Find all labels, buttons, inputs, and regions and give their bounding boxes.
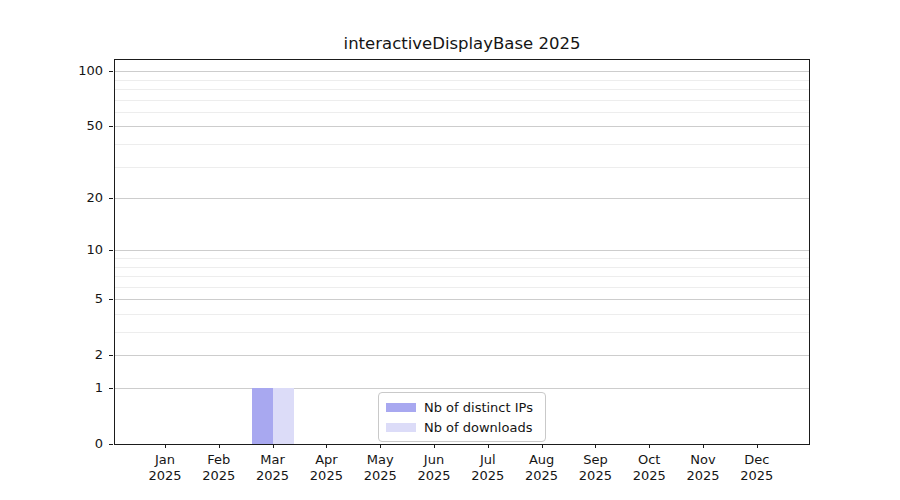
x-tick <box>488 444 489 448</box>
x-tick <box>703 444 704 448</box>
y-tick <box>109 250 113 251</box>
x-tick <box>219 444 220 448</box>
x-tick <box>380 444 381 448</box>
legend-label-downloads: Nb of downloads <box>424 420 532 435</box>
y-tick-label: 5 <box>51 291 103 307</box>
y-gridline-minor <box>115 167 809 168</box>
y-tick-label: 0 <box>51 436 103 452</box>
plot-area: Nb of distinct IPs Nb of downloads 01251… <box>114 59 810 445</box>
y-gridline-major <box>115 71 809 72</box>
y-gridline-minor <box>115 80 809 81</box>
x-tick <box>757 444 758 448</box>
y-gridline-minor <box>115 112 809 113</box>
y-gridline-major <box>115 299 809 300</box>
y-gridline-major <box>115 250 809 251</box>
x-tick <box>434 444 435 448</box>
y-tick <box>109 444 113 445</box>
y-tick-label: 2 <box>51 347 103 363</box>
y-tick <box>109 299 113 300</box>
y-gridline-major <box>115 126 809 127</box>
x-tick <box>595 444 596 448</box>
y-tick-label: 100 <box>51 63 103 79</box>
legend-label-distinct-ips: Nb of distinct IPs <box>424 400 533 415</box>
legend: Nb of distinct IPs Nb of downloads <box>378 392 546 442</box>
chart-title: interactiveDisplayBase 2025 <box>114 34 810 53</box>
y-tick-label: 50 <box>51 118 103 134</box>
y-gridline-minor <box>115 287 809 288</box>
figure-canvas: interactiveDisplayBase 2025 Nb of distin… <box>0 0 900 500</box>
legend-item-distinct-ips: Nb of distinct IPs <box>386 398 533 416</box>
y-tick <box>109 198 113 199</box>
y-tick-label: 10 <box>51 242 103 258</box>
legend-item-downloads: Nb of downloads <box>386 418 533 436</box>
y-tick <box>109 126 113 127</box>
legend-swatch-distinct-ips <box>386 403 416 412</box>
y-gridline-major <box>115 355 809 356</box>
x-tick-label: Dec2025 <box>725 452 789 484</box>
y-gridline-minor <box>115 267 809 268</box>
y-tick-label: 20 <box>51 190 103 206</box>
x-tick <box>542 444 543 448</box>
legend-swatch-downloads <box>386 423 416 432</box>
y-gridline-minor <box>115 332 809 333</box>
bar-downloads <box>273 388 294 444</box>
y-gridline-minor <box>115 144 809 145</box>
y-tick <box>109 355 113 356</box>
x-tick <box>273 444 274 448</box>
y-gridline-major <box>115 388 809 389</box>
y-gridline-minor <box>115 276 809 277</box>
y-tick <box>109 71 113 72</box>
y-tick-label: 1 <box>51 380 103 396</box>
y-gridline-minor <box>115 258 809 259</box>
y-tick <box>109 388 113 389</box>
y-gridline-minor <box>115 100 809 101</box>
y-gridline-major <box>115 198 809 199</box>
bar-distinct-ips <box>252 388 273 444</box>
x-tick <box>326 444 327 448</box>
y-gridline-minor <box>115 89 809 90</box>
x-tick <box>649 444 650 448</box>
y-gridline-minor <box>115 314 809 315</box>
x-tick <box>165 444 166 448</box>
